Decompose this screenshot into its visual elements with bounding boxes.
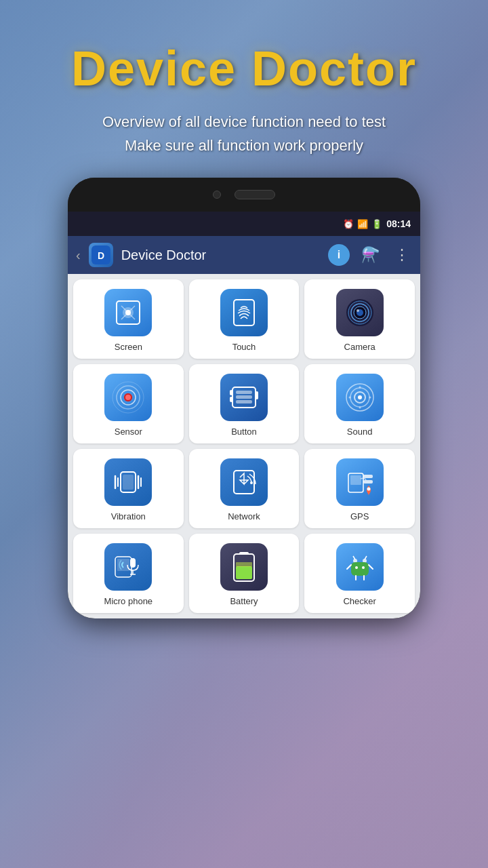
checker-icon (336, 543, 384, 591)
phone-speaker (235, 190, 275, 199)
signal-icon: 📶 (357, 219, 368, 229)
grid-item-network[interactable]: Network (189, 449, 300, 528)
network-icon (220, 458, 268, 506)
svg-rect-40 (123, 475, 134, 490)
status-bar: ⏰ 📶 🔋 08:14 (68, 212, 420, 236)
phone-top-bar (68, 178, 420, 212)
svg-rect-23 (256, 391, 258, 399)
vibration-label: Vibration (111, 511, 146, 521)
touch-icon (220, 289, 268, 336)
grid-item-microphone[interactable]: Micro phone (73, 534, 184, 613)
app-subtitle: Overview of all device function need to … (82, 110, 406, 157)
toolbar-title: Device Doctor (121, 248, 320, 263)
info-button[interactable]: i (328, 244, 350, 266)
svg-point-33 (348, 397, 350, 399)
svg-rect-22 (230, 397, 232, 402)
grid-item-camera[interactable]: Camera (304, 279, 415, 359)
svg-point-32 (359, 407, 361, 409)
grid-item-screen[interactable]: Screen (73, 279, 184, 359)
svg-rect-7 (234, 300, 254, 326)
camera-label: Camera (344, 342, 375, 352)
svg-rect-55 (236, 566, 252, 579)
grid-item-sensor[interactable]: Sensor (73, 364, 184, 443)
app-icon: D (89, 243, 113, 267)
svg-text:D: D (98, 250, 104, 261)
button-label: Button (231, 427, 257, 437)
svg-point-42 (250, 481, 253, 484)
gps-label: GPS (350, 511, 369, 521)
battery-label: Battery (230, 596, 258, 606)
battery-icon (220, 543, 268, 591)
svg-point-13 (357, 309, 359, 312)
network-label: Network (228, 511, 260, 521)
svg-point-61 (362, 566, 365, 569)
page-wrapper: Device Doctor Overview of all device fun… (0, 0, 488, 868)
svg-rect-56 (236, 562, 252, 567)
app-title: Device Doctor (71, 41, 417, 96)
svg-rect-24 (236, 391, 252, 394)
sound-icon (336, 374, 384, 421)
svg-rect-45 (363, 475, 373, 478)
svg-line-66 (347, 565, 351, 569)
svg-point-34 (369, 397, 371, 399)
feature-grid: Screen To (73, 279, 415, 613)
more-dots-icon: ⋮ (394, 246, 409, 264)
svg-rect-54 (239, 552, 249, 555)
svg-point-30 (358, 395, 362, 399)
svg-rect-46 (363, 480, 373, 484)
grid-item-gps[interactable]: GPS (304, 449, 415, 528)
alarm-icon: ⏰ (343, 219, 354, 229)
touch-label: Touch (232, 342, 256, 352)
more-button[interactable]: ⋮ (390, 244, 412, 266)
status-time: 08:14 (386, 218, 411, 229)
svg-rect-44 (350, 475, 361, 485)
screen-label: Screen (115, 342, 142, 352)
svg-rect-50 (130, 558, 136, 568)
app-toolbar: ‹ D Device Doctor i ⚗️ ⋮ (68, 236, 420, 274)
flask-icon: ⚗️ (361, 246, 380, 264)
microphone-label: Micro phone (104, 596, 153, 606)
sound-label: Sound (347, 427, 373, 437)
svg-point-60 (355, 566, 358, 569)
flask-button[interactable]: ⚗️ (359, 244, 381, 266)
phone-mockup: ⏰ 📶 🔋 08:14 ‹ D Device Doctor i (68, 178, 420, 618)
svg-point-16 (125, 395, 131, 400)
info-circle-icon: i (328, 244, 350, 266)
status-icons: ⏰ 📶 🔋 (343, 219, 382, 229)
svg-rect-25 (236, 395, 252, 399)
grid-item-battery[interactable]: Battery (189, 534, 300, 613)
grid-item-button[interactable]: Button (189, 364, 300, 443)
svg-line-63 (365, 556, 367, 559)
front-camera (213, 191, 221, 199)
svg-line-62 (353, 556, 355, 559)
camera-icon (336, 289, 384, 336)
toolbar-actions: i ⚗️ ⋮ (328, 244, 412, 266)
grid-item-touch[interactable]: Touch (189, 279, 300, 359)
checker-label: Checker (343, 596, 375, 606)
button-icon (220, 374, 268, 421)
svg-rect-21 (230, 390, 232, 395)
back-button[interactable]: ‹ (76, 248, 81, 263)
microphone-icon (104, 543, 152, 591)
svg-line-67 (369, 565, 373, 569)
grid-item-vibration[interactable]: Vibration (73, 449, 184, 528)
grid-item-checker[interactable]: Checker (304, 534, 415, 613)
sensor-label: Sensor (115, 427, 142, 437)
screen-icon (104, 289, 152, 336)
svg-rect-59 (351, 562, 369, 576)
svg-rect-26 (236, 400, 252, 403)
svg-point-31 (359, 387, 361, 389)
vibration-icon (104, 458, 152, 506)
phone-content: Screen To (68, 274, 420, 618)
grid-item-sound[interactable]: Sound (304, 364, 415, 443)
svg-point-47 (367, 488, 370, 491)
gps-icon (336, 458, 384, 506)
battery-status-icon: 🔋 (371, 219, 382, 229)
sensor-icon (104, 374, 152, 421)
